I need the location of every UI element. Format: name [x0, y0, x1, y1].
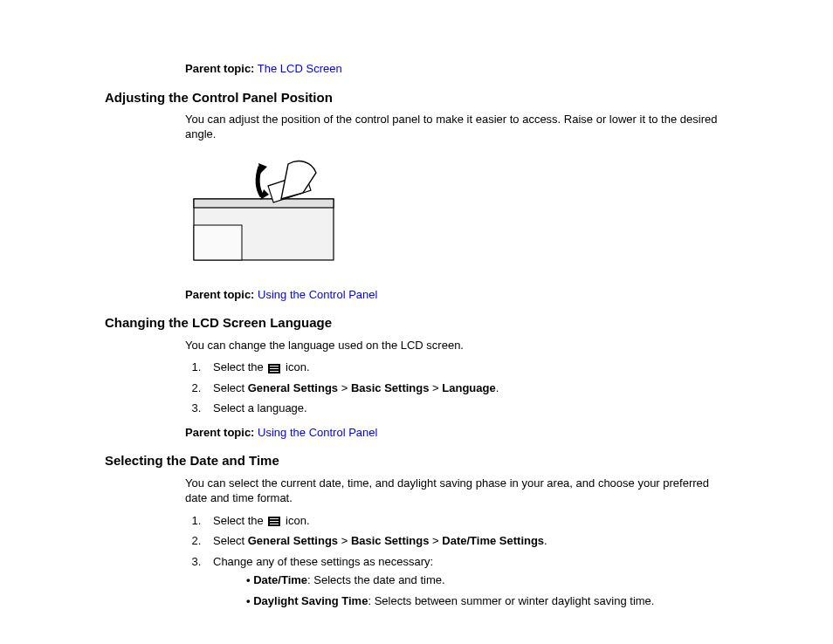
menu-icon	[268, 517, 280, 526]
step-2: Select General Settings > Basic Settings…	[204, 533, 728, 549]
step-3: Select a language.	[204, 401, 728, 416]
body-datetime: You can select the current date, time, a…	[185, 476, 728, 506]
printer-illustration	[185, 151, 342, 273]
body-language: You can change the language used on the …	[185, 338, 728, 353]
parent-topic-top: Parent topic: The LCD Screen	[185, 61, 728, 77]
menu-icon	[268, 364, 280, 373]
parent-topic-link-lcd-screen[interactable]: The LCD Screen	[258, 62, 342, 75]
step-2: Select General Settings > Basic Settings…	[204, 380, 728, 396]
svg-rect-2	[194, 225, 242, 260]
parent-topic-label: Parent topic:	[185, 62, 254, 75]
step-1: Select the icon.	[204, 360, 728, 375]
step-3: Change any of these settings as necessar…	[204, 554, 728, 609]
steps-datetime: Select the icon. Select General Settings…	[185, 513, 728, 609]
svg-rect-1	[194, 199, 334, 208]
parent-topic-label: Parent topic:	[185, 426, 254, 439]
settings-bullets: Date/Time: Selects the date and time. Da…	[238, 572, 728, 608]
body-adjusting: You can adjust the position of the contr…	[185, 112, 728, 142]
heading-selecting-date-time: Selecting the Date and Time	[105, 452, 728, 469]
parent-topic-s2: Parent topic: Using the Control Panel	[185, 425, 728, 441]
heading-adjusting-control-panel: Adjusting the Control Panel Position	[105, 89, 728, 106]
bullet-dst: Daylight Saving Time: Selects between su…	[238, 593, 728, 609]
parent-topic-s1: Parent topic: Using the Control Panel	[185, 287, 728, 303]
parent-topic-link-control-panel[interactable]: Using the Control Panel	[258, 288, 377, 301]
parent-topic-label: Parent topic:	[185, 288, 254, 301]
step-1: Select the icon.	[204, 513, 728, 529]
bullet-datetime: Date/Time: Selects the date and time.	[238, 572, 728, 588]
parent-topic-link-control-panel[interactable]: Using the Control Panel	[258, 426, 377, 439]
steps-language: Select the icon. Select General Settings…	[185, 360, 728, 416]
heading-changing-lcd-language: Changing the LCD Screen Language	[105, 314, 728, 332]
